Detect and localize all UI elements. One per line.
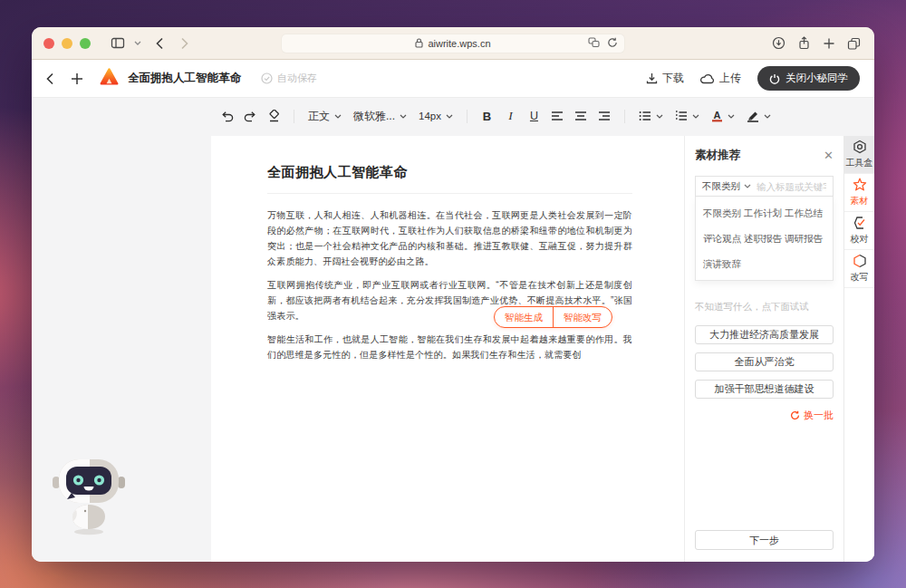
category-option[interactable]: 工作总结: [785, 207, 825, 220]
downloads-icon[interactable]: [772, 36, 786, 50]
italic-button[interactable]: I: [503, 107, 518, 125]
app-back-button[interactable]: [46, 72, 54, 85]
url-text: aiwrite.wps.cn: [428, 38, 490, 49]
ai-rewrite-button[interactable]: 智能改写: [554, 307, 612, 327]
browser-chrome-bar: aiwrite.wps.cn: [32, 27, 874, 60]
panel-close-icon[interactable]: ✕: [824, 149, 834, 161]
tab-overview-icon[interactable]: [847, 37, 861, 50]
paragraph-style-dropdown[interactable]: 正文: [306, 109, 343, 124]
translate-icon[interactable]: [588, 37, 600, 50]
category-option[interactable]: 述职报告: [744, 233, 785, 246]
browser-back-button[interactable]: [156, 37, 164, 50]
bullet-list-icon: [639, 111, 651, 121]
tab-toolbox[interactable]: 工具盒: [844, 136, 874, 174]
tab-group-chevron-icon[interactable]: [134, 41, 141, 45]
align-left-button[interactable]: [550, 107, 565, 125]
tab-proofread[interactable]: 校对: [844, 212, 874, 250]
close-window-button[interactable]: [43, 38, 54, 49]
tls-lock-icon: [415, 38, 423, 50]
new-tab-icon[interactable]: [823, 37, 835, 50]
tab-materials[interactable]: 素材: [844, 174, 874, 212]
material-search-input[interactable]: [757, 181, 826, 192]
close-assistant-button[interactable]: 关闭小秘同学: [757, 66, 860, 91]
chevron-down-icon: [744, 184, 751, 188]
material-search-bar[interactable]: 不限类别: [695, 176, 834, 197]
category-dropdown-menu: 不限类别 工作计划 工作总结 评论观点 述职报告 调研报告 演讲致辞: [695, 197, 834, 281]
document-page[interactable]: 全面拥抱人工智能革命 万物互联，人和人相连、人和机器相连。在当代社会，互联网更是…: [211, 136, 684, 562]
sidebar-toggle-icon[interactable]: [111, 36, 125, 50]
document-title-label: 全面拥抱人工智能革命: [128, 71, 241, 86]
suggested-topic-button[interactable]: 大力推进经济高质量发展: [695, 325, 834, 344]
browser-forward-button[interactable]: [180, 37, 188, 50]
side-tabstrip: 工具盒 素材 校对 改写: [843, 136, 874, 562]
minimize-window-button[interactable]: [62, 38, 72, 49]
reload-icon[interactable]: [607, 37, 618, 50]
numbered-list-dropdown[interactable]: [673, 111, 701, 121]
category-option[interactable]: 评论观点: [703, 233, 744, 246]
panel-title: 素材推荐: [695, 148, 740, 163]
power-icon: [769, 73, 780, 84]
font-color-icon: A: [711, 110, 723, 122]
numbered-list-icon: [675, 111, 688, 121]
wps-logo-icon: [100, 68, 119, 89]
suggested-topic-button[interactable]: 全面从严治党: [695, 352, 834, 371]
suggestion-hint: 不知道写什么，点下面试试: [695, 301, 834, 313]
chevron-down-icon: [446, 114, 453, 119]
chevron-down-icon: [764, 114, 771, 119]
workspace: 正文 微软雅... 14px B I U: [32, 98, 874, 562]
browser-window: aiwrite.wps.cn: [32, 27, 874, 562]
font-color-dropdown[interactable]: A: [709, 110, 737, 122]
download-button[interactable]: 下载: [646, 71, 684, 86]
cloud-icon: [700, 73, 715, 84]
highlight-pen-icon: [747, 110, 759, 122]
refresh-icon: [790, 410, 800, 420]
chevron-down-icon: [728, 114, 735, 119]
bold-button[interactable]: B: [479, 107, 495, 125]
desktop-background: aiwrite.wps.cn: [0, 0, 906, 588]
rewrite-icon: [853, 254, 867, 268]
font-size-dropdown[interactable]: 14px: [417, 111, 455, 121]
share-icon[interactable]: [797, 36, 811, 50]
address-bar[interactable]: aiwrite.wps.cn: [281, 34, 625, 53]
check-circle-icon: [261, 72, 273, 84]
bullet-list-dropdown[interactable]: [637, 111, 665, 121]
document-body: 万物互联，人和人相连、人和机器相连。在当代社会，互联网更是人类社会发展到一定阶段…: [267, 207, 632, 362]
chevron-down-icon: [334, 114, 342, 119]
suggested-topic-button[interactable]: 加强干部思想道德建设: [695, 380, 834, 399]
autosave-status: 自动保存: [261, 72, 317, 85]
zoom-window-button[interactable]: [80, 38, 91, 49]
align-right-button[interactable]: [597, 107, 612, 125]
upload-button[interactable]: 上传: [700, 71, 741, 86]
app-toolbar: 全面拥抱人工智能革命 自动保存 下载 上传 关闭小秘同学: [32, 60, 874, 98]
traffic-lights: [43, 38, 91, 49]
chevron-down-icon: [656, 114, 663, 119]
font-family-dropdown[interactable]: 微软雅...: [352, 109, 409, 124]
ai-generate-button[interactable]: 智能生成: [495, 307, 553, 327]
category-filter-dropdown[interactable]: 不限类别: [702, 180, 751, 193]
category-option[interactable]: 工作计划: [744, 207, 785, 220]
ai-action-popup: 智能生成 智能改写: [494, 306, 612, 328]
align-center-button[interactable]: [573, 107, 589, 125]
category-option[interactable]: 调研报告: [785, 233, 825, 246]
tab-rewrite[interactable]: 改写: [844, 250, 874, 288]
underline-button[interactable]: U: [526, 107, 542, 125]
undo-button[interactable]: [219, 107, 235, 125]
highlight-color-dropdown[interactable]: [745, 110, 773, 122]
editor-toolbar: 正文 微软雅... 14px B I U: [219, 104, 773, 128]
next-step-button[interactable]: 下一步: [695, 530, 834, 550]
svg-text:A: A: [713, 110, 720, 120]
new-document-button[interactable]: [71, 72, 83, 85]
title-divider: [267, 193, 632, 194]
materials-panel: 素材推荐 ✕ 不限类别 不限类别 工作计划 工作总结 评论观点 述职报告: [684, 136, 843, 562]
refresh-suggestions-link[interactable]: 换一批: [695, 409, 834, 422]
assistant-robot-mascot[interactable]: [48, 454, 131, 541]
document-heading: 全面拥抱人工智能革命: [211, 136, 684, 181]
toolbox-icon: [853, 140, 867, 154]
redo-button[interactable]: [243, 107, 258, 125]
materials-icon: [853, 178, 867, 192]
category-option[interactable]: 演讲致辞: [703, 258, 744, 271]
clear-format-icon[interactable]: [266, 107, 282, 125]
proofread-icon: [853, 216, 867, 230]
category-option[interactable]: 不限类别: [703, 207, 744, 220]
chevron-down-icon: [692, 114, 699, 119]
